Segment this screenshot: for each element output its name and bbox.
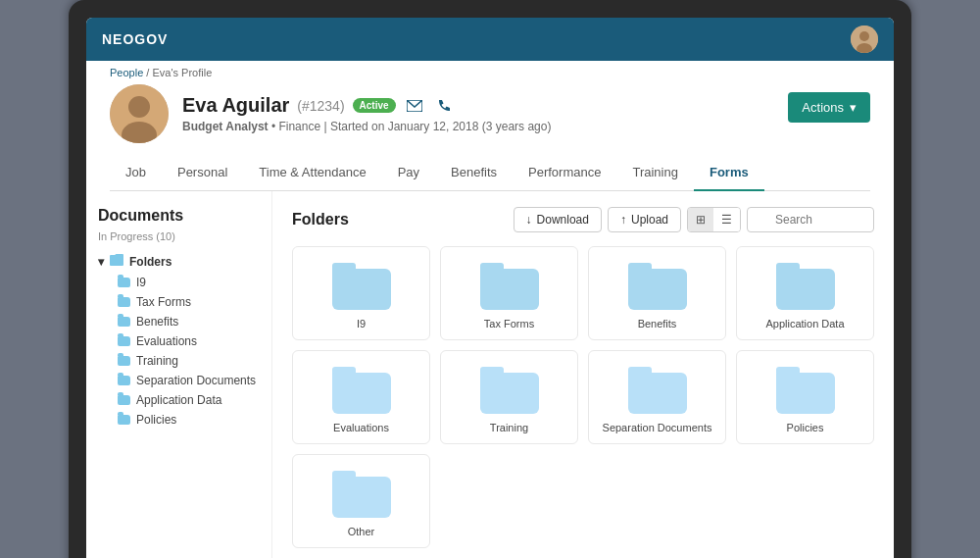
tab-forms[interactable]: Forms xyxy=(694,155,764,191)
user-avatar[interactable] xyxy=(851,25,878,53)
svg-point-4 xyxy=(128,96,150,118)
status-badge: Active xyxy=(353,98,396,113)
profile-name: Eva Aguilar xyxy=(182,94,289,117)
folder-icon-header xyxy=(110,254,123,269)
folder-label-other: Other xyxy=(348,526,375,537)
folder-icon-separation xyxy=(118,376,130,385)
folder-icon-large-evaluations xyxy=(332,367,391,414)
folder-label-application-data: Application Data xyxy=(765,318,844,330)
folder-icon-large-other xyxy=(332,471,391,518)
folder-icon-benefits xyxy=(118,317,130,327)
profile-id: (#1234) xyxy=(297,98,344,114)
documents-title: Documents xyxy=(98,207,260,225)
sidebar-item-i9[interactable]: I9 xyxy=(98,273,260,292)
sidebar-item-tax-forms[interactable]: Tax Forms xyxy=(98,292,260,312)
upload-icon: ↑ xyxy=(620,213,626,227)
folder-actions-bar: ↓ Download ↑ Upload ⊞ ☰ xyxy=(514,207,874,232)
search-input[interactable] xyxy=(747,207,874,232)
phone-icon[interactable] xyxy=(433,95,455,117)
folder-icon-large-separation xyxy=(628,367,687,414)
chevron-down-icon: ▾ xyxy=(850,100,857,115)
svg-point-1 xyxy=(859,31,869,41)
folder-content: Folders ↓ Download ↑ Upload xyxy=(272,191,894,558)
folder-card-training[interactable]: Training xyxy=(440,350,578,444)
profile-info: Eva Aguilar (#1234) Active xyxy=(182,94,551,133)
folder-icon-large-i9 xyxy=(332,263,391,310)
folder-icon-large-application xyxy=(776,263,835,310)
breadcrumb: People / Eva's Profile xyxy=(86,61,894,84)
view-toggle: ⊞ ☰ xyxy=(687,207,741,232)
folder-icon-large-training xyxy=(480,367,539,414)
folder-card-benefits[interactable]: Benefits xyxy=(588,246,726,340)
folder-label-tax-forms: Tax Forms xyxy=(484,318,534,330)
documents-subtitle: In Progress (10) xyxy=(98,230,260,242)
profile-left: Eva Aguilar (#1234) Active xyxy=(110,84,551,143)
sidebar-item-separation[interactable]: Separation Documents xyxy=(98,371,260,390)
list-view-button[interactable]: ☰ xyxy=(713,208,740,231)
profile-started: Started on January 12, 2018 (3 years ago… xyxy=(330,120,551,133)
upload-button[interactable]: ↑ Upload xyxy=(608,207,681,232)
tab-time-attendance[interactable]: Time & Attendance xyxy=(243,155,381,191)
sidebar-item-application-data[interactable]: Application Data xyxy=(98,390,260,410)
folder-grid: I9 Tax Forms xyxy=(292,246,874,548)
profile-section: Eva Aguilar (#1234) Active xyxy=(86,84,894,143)
tab-performance[interactable]: Performance xyxy=(513,155,616,191)
grid-view-button[interactable]: ⊞ xyxy=(688,208,713,231)
folder-icon-evaluations xyxy=(118,336,130,346)
folder-icon-i9 xyxy=(118,278,130,287)
main-content: Documents In Progress (10) ▾ Folders xyxy=(86,191,894,558)
folder-card-policies[interactable]: Policies xyxy=(736,350,874,444)
folder-label-evaluations: Evaluations xyxy=(333,422,389,433)
tab-personal[interactable]: Personal xyxy=(162,155,243,191)
folder-content-header: Folders ↓ Download ↑ Upload xyxy=(292,207,874,232)
actions-button[interactable]: Actions ▾ xyxy=(788,92,870,123)
chevron-down-icon: ▾ xyxy=(98,255,104,269)
folders-label: Folders xyxy=(129,255,172,269)
folder-label-separation: Separation Documents xyxy=(603,422,712,433)
sidebar-item-policies[interactable]: Policies xyxy=(98,410,260,430)
folder-card-application-data[interactable]: Application Data xyxy=(736,246,874,340)
folder-icon-tax xyxy=(118,297,130,307)
profile-name-heading: Eva Aguilar (#1234) Active xyxy=(182,94,551,117)
tab-pay[interactable]: Pay xyxy=(382,155,435,191)
download-button[interactable]: ↓ Download xyxy=(514,207,602,232)
breadcrumb-current: Eva's Profile xyxy=(152,67,212,78)
folder-icon-training xyxy=(118,356,130,366)
app-header: NEOGOV xyxy=(86,18,894,61)
folder-label-benefits: Benefits xyxy=(638,318,677,330)
folder-card-i9[interactable]: I9 xyxy=(292,246,430,340)
email-icon[interactable] xyxy=(404,95,425,117)
folder-icon-application xyxy=(118,395,130,405)
folder-card-separation[interactable]: Separation Documents xyxy=(588,350,726,444)
sidebar-item-benefits[interactable]: Benefits xyxy=(98,312,260,331)
profile-dept: Finance xyxy=(278,120,320,133)
tabs-bar: Job Personal Time & Attendance Pay Benef… xyxy=(110,155,870,191)
download-icon: ↓ xyxy=(526,213,532,227)
breadcrumb-parent[interactable]: People xyxy=(110,67,143,78)
documents-sidebar: Documents In Progress (10) ▾ Folders xyxy=(86,191,272,558)
folder-label-training: Training xyxy=(490,422,528,433)
folder-card-evaluations[interactable]: Evaluations xyxy=(292,350,430,444)
profile-subtitle: Budget Analyst • Finance | Started on Ja… xyxy=(182,120,551,133)
tab-benefits[interactable]: Benefits xyxy=(435,155,513,191)
folder-label-policies: Policies xyxy=(787,422,824,433)
folder-icon-large-policies xyxy=(776,367,835,414)
sidebar-item-evaluations[interactable]: Evaluations xyxy=(98,331,260,351)
folder-label-i9: I9 xyxy=(357,318,366,330)
folder-card-other[interactable]: Other xyxy=(292,454,430,548)
folders-collapse-header[interactable]: ▾ Folders xyxy=(98,254,260,269)
folder-icon-policies xyxy=(118,415,130,425)
folder-section-title: Folders xyxy=(292,211,349,228)
tab-training[interactable]: Training xyxy=(616,155,693,191)
sidebar-item-training[interactable]: Training xyxy=(98,351,260,371)
profile-title: Budget Analyst xyxy=(182,120,269,133)
search-wrap: 🔍 xyxy=(747,207,874,232)
folder-icon-large-benefits xyxy=(628,263,687,310)
folder-card-tax-forms[interactable]: Tax Forms xyxy=(440,246,578,340)
app-logo: NEOGOV xyxy=(102,31,168,47)
profile-photo xyxy=(110,84,169,143)
folder-icon-large-tax xyxy=(480,263,539,310)
tab-job[interactable]: Job xyxy=(110,155,162,191)
